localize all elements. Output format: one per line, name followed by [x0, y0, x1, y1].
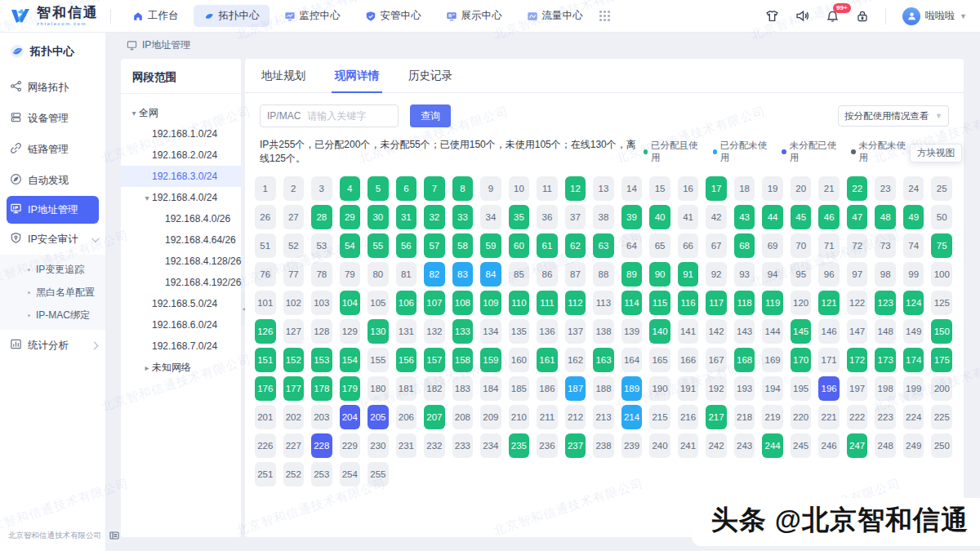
ip-cell[interactable]: 8: [452, 176, 474, 201]
ip-cell[interactable]: 165: [649, 348, 670, 372]
ip-cell[interactable]: 162: [565, 348, 586, 372]
ip-cell[interactable]: 49: [903, 205, 924, 229]
ip-cell[interactable]: 118: [734, 291, 755, 315]
ip-cell[interactable]: 80: [368, 262, 389, 287]
nav-item-4[interactable]: 安管中心: [355, 5, 431, 27]
ip-cell[interactable]: 19: [762, 176, 783, 201]
ip-cell[interactable]: 234: [480, 433, 501, 458]
ip-cell[interactable]: 141: [678, 319, 699, 344]
tree-caret-icon[interactable]: ▾: [129, 109, 139, 118]
tree-node[interactable]: 192.168.4.128/26: [121, 251, 241, 272]
ip-cell[interactable]: 71: [818, 233, 840, 258]
ip-cell[interactable]: 32: [424, 205, 445, 229]
ip-cell[interactable]: 84: [480, 262, 501, 287]
ip-cell[interactable]: 255: [368, 462, 389, 487]
ip-cell[interactable]: 26: [255, 205, 276, 229]
ip-cell[interactable]: 87: [565, 262, 586, 287]
tab-历史记录[interactable]: 历史记录: [408, 59, 452, 93]
ip-cell[interactable]: 124: [903, 291, 924, 315]
ip-cell[interactable]: 42: [706, 205, 727, 229]
ip-cell[interactable]: 229: [340, 433, 361, 458]
ip-cell[interactable]: 152: [283, 348, 305, 372]
ip-cell[interactable]: 128: [311, 319, 332, 344]
ip-cell[interactable]: 239: [621, 433, 643, 458]
tree-node[interactable]: ▾全网: [121, 102, 241, 123]
ip-cell[interactable]: 212: [565, 405, 586, 429]
ip-cell[interactable]: 10: [509, 176, 530, 201]
ip-cell[interactable]: 194: [762, 376, 783, 401]
user-menu[interactable]: 啦啦啦 ▼: [902, 7, 967, 25]
ip-cell[interactable]: 119: [762, 291, 783, 315]
ip-cell[interactable]: 122: [847, 291, 868, 315]
ip-cell[interactable]: 249: [903, 433, 924, 458]
ip-cell[interactable]: 100: [931, 262, 952, 287]
ip-cell[interactable]: 23: [875, 176, 896, 201]
tree-caret-icon[interactable]: ▾: [142, 193, 152, 202]
ip-cell[interactable]: 99: [903, 262, 924, 287]
ip-cell[interactable]: 226: [255, 433, 276, 458]
ip-cell[interactable]: 33: [452, 205, 474, 229]
nav-item-6[interactable]: 流量中心: [517, 5, 593, 27]
ip-cell[interactable]: 200: [931, 376, 952, 401]
ip-cell[interactable]: 41: [678, 205, 699, 229]
ip-cell[interactable]: 179: [340, 376, 361, 401]
ip-cell[interactable]: 73: [875, 233, 896, 258]
ip-cell[interactable]: 205: [368, 405, 389, 429]
ip-cell[interactable]: 221: [818, 405, 840, 429]
ip-cell[interactable]: 142: [706, 319, 727, 344]
ip-cell[interactable]: 2: [283, 176, 305, 201]
ip-cell[interactable]: 246: [818, 433, 840, 458]
ip-cell[interactable]: 168: [734, 348, 755, 372]
ip-cell[interactable]: 230: [368, 433, 389, 458]
ip-cell[interactable]: 64: [621, 233, 643, 258]
ip-cell[interactable]: 5: [368, 176, 389, 201]
ip-cell[interactable]: 217: [706, 405, 727, 429]
ip-cell[interactable]: 156: [396, 348, 417, 372]
ip-cell[interactable]: 222: [847, 405, 868, 429]
ip-cell[interactable]: 159: [480, 348, 501, 372]
ip-cell[interactable]: 13: [593, 176, 614, 201]
sidebar-collapse-icon[interactable]: [106, 528, 122, 543]
ip-cell[interactable]: 40: [649, 205, 670, 229]
sidebar-item[interactable]: 链路管理: [0, 134, 105, 165]
ip-cell[interactable]: 150: [931, 319, 952, 344]
ip-cell[interactable]: 111: [537, 291, 558, 315]
ip-cell[interactable]: 89: [621, 262, 643, 287]
ip-cell[interactable]: 170: [791, 348, 812, 372]
tree-node[interactable]: 192.168.5.0/24: [121, 293, 241, 314]
ip-cell[interactable]: 197: [847, 376, 868, 401]
ip-cell[interactable]: 117: [706, 291, 727, 315]
ip-cell[interactable]: 238: [593, 433, 614, 458]
ip-cell[interactable]: 248: [875, 433, 896, 458]
ip-cell[interactable]: 135: [509, 319, 530, 344]
ip-cell[interactable]: 115: [649, 291, 670, 315]
ip-cell[interactable]: 51: [255, 233, 276, 258]
ip-cell[interactable]: 139: [621, 319, 643, 344]
ip-cell[interactable]: 209: [480, 405, 501, 429]
ip-cell[interactable]: 121: [818, 291, 840, 315]
ip-cell[interactable]: 198: [875, 376, 896, 401]
ip-cell[interactable]: 12: [565, 176, 586, 201]
ip-cell[interactable]: 114: [621, 291, 643, 315]
ip-cell[interactable]: 140: [649, 319, 670, 344]
ip-cell[interactable]: 180: [368, 376, 389, 401]
ip-cell[interactable]: 176: [255, 376, 276, 401]
ip-cell[interactable]: 161: [537, 348, 558, 372]
tab-现网详情[interactable]: 现网详情: [335, 59, 379, 93]
ip-cell[interactable]: 37: [565, 205, 586, 229]
ip-cell[interactable]: 192: [706, 376, 727, 401]
ip-cell[interactable]: 153: [311, 348, 332, 372]
ip-cell[interactable]: 206: [396, 405, 417, 429]
ip-cell[interactable]: 158: [452, 348, 474, 372]
search-input[interactable]: [307, 110, 391, 122]
ip-cell[interactable]: 203: [311, 405, 332, 429]
sidebar-subitem[interactable]: 黑白名单配置: [0, 281, 105, 304]
ip-cell[interactable]: 145: [791, 319, 812, 344]
ip-cell[interactable]: 196: [818, 376, 840, 401]
ip-cell[interactable]: 4: [340, 176, 361, 201]
ip-cell[interactable]: 160: [509, 348, 530, 372]
ip-cell[interactable]: 207: [424, 405, 445, 429]
ip-cell[interactable]: 157: [424, 348, 445, 372]
ip-cell[interactable]: 22: [847, 176, 868, 201]
ip-cell[interactable]: 127: [283, 319, 305, 344]
